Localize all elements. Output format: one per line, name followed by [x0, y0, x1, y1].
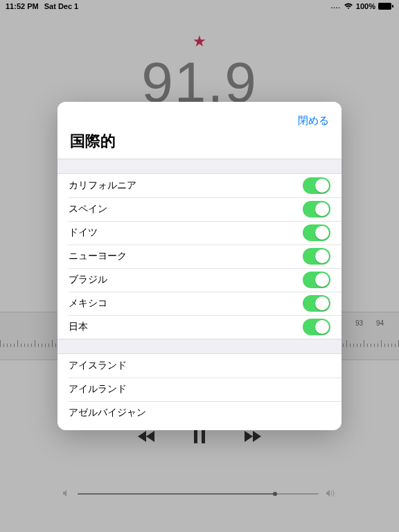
country-toggle[interactable] — [303, 224, 330, 241]
modal-title: 国際的 — [70, 131, 329, 152]
country-row[interactable]: アゼルバイジャン — [57, 401, 342, 425]
country-toggle[interactable] — [303, 319, 330, 335]
country-label: ドイツ — [69, 227, 98, 239]
international-modal: 閉める 国際的 カリフォルニアスペインドイツニューヨークブラジルメキシコ日本アイ… — [57, 102, 342, 430]
country-row[interactable]: カリフォルニア — [57, 174, 342, 197]
country-label: アイルランド — [69, 383, 127, 396]
country-toggle[interactable] — [303, 295, 330, 312]
section-separator — [57, 339, 342, 354]
country-label: カリフォルニア — [69, 179, 136, 192]
country-toggle[interactable] — [303, 177, 330, 194]
country-toggle[interactable] — [303, 248, 330, 265]
country-label: ニューヨーク — [69, 250, 127, 263]
country-row[interactable]: アイルランド — [57, 378, 342, 401]
country-row[interactable]: メキシコ — [57, 292, 342, 315]
country-label: アイスランド — [69, 360, 127, 372]
country-toggle[interactable] — [303, 272, 330, 288]
country-row[interactable]: ドイツ — [57, 221, 342, 245]
close-button[interactable]: 閉める — [298, 114, 329, 127]
country-label: アゼルバイジャン — [69, 407, 146, 419]
section-separator — [57, 159, 342, 174]
country-row[interactable]: ブラジル — [57, 268, 342, 292]
country-list: カリフォルニアスペインドイツニューヨークブラジルメキシコ日本アイスランドアイルラ… — [57, 174, 342, 430]
country-label: スペイン — [69, 203, 107, 215]
country-label: ブラジル — [69, 274, 107, 286]
country-row[interactable]: 日本 — [57, 315, 342, 339]
country-toggle[interactable] — [303, 201, 330, 218]
country-label: メキシコ — [69, 297, 107, 310]
modal-header: 閉める 国際的 — [57, 102, 342, 159]
country-row[interactable]: スペイン — [57, 197, 342, 221]
country-label: 日本 — [69, 321, 88, 333]
country-row[interactable]: ニューヨーク — [57, 245, 342, 268]
country-row[interactable]: アイスランド — [57, 354, 342, 378]
